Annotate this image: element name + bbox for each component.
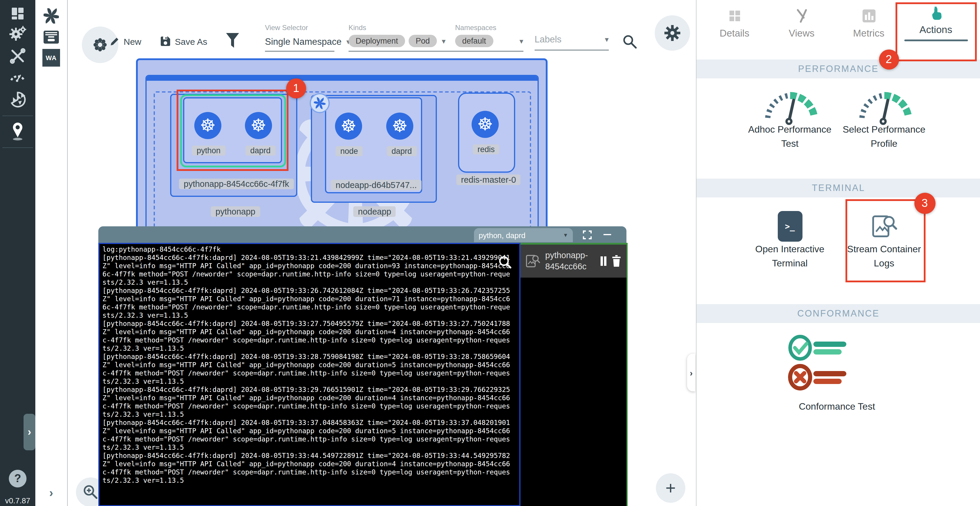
conformance-test-label[interactable]: Conformance Test bbox=[778, 400, 896, 414]
save-as-label: Save As bbox=[175, 36, 207, 46]
details-grid-icon bbox=[727, 8, 741, 23]
labels-field[interactable]: Labels ▼ bbox=[535, 34, 610, 50]
namespaces-field[interactable]: Namespaces default ▼ bbox=[455, 24, 525, 51]
new-button[interactable]: New bbox=[107, 33, 144, 49]
kanvas-pin-icon[interactable] bbox=[0, 121, 35, 142]
sidebar-divider bbox=[2, 115, 33, 116]
metrics-bar-chart-icon bbox=[862, 8, 876, 23]
view-selector-label: View Selector bbox=[265, 24, 336, 32]
session-sidebar: pythonapp- 8454cc66c bbox=[520, 243, 627, 506]
gauge-icon bbox=[759, 91, 821, 125]
wa-label: WA bbox=[46, 54, 57, 61]
tab-views-label: Views bbox=[789, 27, 814, 38]
sidebar-divider-2 bbox=[2, 147, 33, 148]
catalog-inbox-icon[interactable] bbox=[35, 28, 67, 46]
log-search-icon[interactable] bbox=[499, 256, 512, 269]
minimize-icon bbox=[603, 234, 611, 235]
annotation-badge-2: 2 bbox=[879, 49, 899, 70]
session-pause-button[interactable] bbox=[601, 256, 606, 266]
chevron-right-icon: › bbox=[49, 486, 53, 500]
dashboard-icon[interactable] bbox=[0, 3, 35, 24]
views-icon bbox=[795, 8, 808, 23]
panel-collapse-handle[interactable]: › bbox=[687, 354, 695, 391]
terminal-header[interactable]: python, daprd ▼ bbox=[98, 226, 627, 243]
select-performance-profile-button[interactable] bbox=[840, 89, 928, 126]
stream-logs-icon bbox=[525, 254, 541, 269]
session-name-line1: pythonapp- bbox=[545, 250, 596, 261]
conformance-test-button[interactable] bbox=[784, 330, 854, 395]
tab-details-label: Details bbox=[720, 27, 749, 38]
annotation-badge-3: 3 bbox=[914, 193, 935, 214]
container-node-icon[interactable]: ☸ bbox=[335, 113, 362, 140]
conformance-checklist-icon bbox=[786, 332, 852, 393]
settings-button[interactable] bbox=[655, 15, 690, 51]
pod-nodeapp[interactable] bbox=[325, 97, 422, 193]
session-row[interactable]: pythonapp- 8454cc66c bbox=[520, 244, 627, 278]
performance-speedometer-icon[interactable] bbox=[0, 66, 35, 86]
tab-details[interactable]: Details bbox=[702, 6, 767, 41]
performance-section-header: PERFORMANCE bbox=[696, 59, 980, 78]
chevron-down-icon: ▼ bbox=[441, 37, 447, 45]
trash-icon[interactable] bbox=[611, 255, 622, 267]
flower-icon bbox=[93, 38, 107, 52]
search-icon bbox=[622, 34, 638, 49]
pod-label: nodeapp-d64b5747... bbox=[331, 180, 422, 190]
chevron-right-icon: › bbox=[690, 367, 693, 378]
strip-expand-chevron[interactable]: › bbox=[35, 484, 67, 501]
help-button[interactable]: ? bbox=[9, 470, 27, 487]
view-selector-field[interactable]: View Selector Single Namespace ▼ bbox=[265, 24, 336, 51]
log-terminal-window[interactable]: python, daprd ▼ log:pythonapp-8454cc66c-… bbox=[98, 226, 627, 506]
search-button[interactable] bbox=[620, 32, 640, 51]
container-label: daprd bbox=[387, 146, 417, 156]
annotation-box-3 bbox=[845, 199, 925, 283]
container-selector-dropdown[interactable]: python, daprd ▼ bbox=[474, 228, 573, 242]
deployment-label: pythonapp bbox=[211, 206, 260, 217]
log-output[interactable]: log:pythonapp-8454cc66c-4f7fk [pythonapp… bbox=[98, 243, 520, 506]
namespace-chip-default[interactable]: default bbox=[455, 35, 493, 47]
kind-chip-pod[interactable]: Pod bbox=[409, 35, 437, 47]
gauge-icon bbox=[853, 91, 915, 125]
terminal-minimize-button[interactable] bbox=[600, 228, 614, 241]
wasm-filters-icon[interactable]: WA bbox=[35, 49, 67, 67]
terminal-fullscreen-button[interactable] bbox=[580, 228, 594, 241]
annotation-badge-1: 1 bbox=[286, 78, 306, 99]
gear-icon bbox=[664, 25, 681, 41]
chevron-right-icon: › bbox=[28, 426, 31, 438]
pod-label: pythonapp-8454cc66c-4f7fk bbox=[179, 179, 294, 189]
filter-button[interactable] bbox=[224, 32, 242, 49]
fullscreen-icon bbox=[582, 230, 592, 239]
namespaces-label: Namespaces bbox=[455, 24, 525, 32]
session-name-line2: 8454cc66c bbox=[545, 261, 596, 272]
version-label: v0.7.87 bbox=[5, 496, 30, 505]
kinds-field[interactable]: Kinds Deployment Pod ▼ bbox=[348, 24, 457, 51]
container-selector-value: python, daprd bbox=[479, 231, 525, 239]
add-node-fab[interactable]: + bbox=[656, 473, 685, 503]
terminal-body: log:pythonapp-8454cc66c-4f7fk [pythonapp… bbox=[98, 243, 628, 506]
select-performance-profile-label[interactable]: Select PerformanceProfile bbox=[825, 123, 943, 151]
dapr-sidecar-icon[interactable] bbox=[310, 93, 330, 113]
open-interactive-terminal-button[interactable]: >_ bbox=[775, 211, 805, 242]
container-redis-icon[interactable]: ☸ bbox=[472, 111, 499, 138]
save-icon bbox=[160, 36, 171, 46]
sidebar-expand-button[interactable]: › bbox=[24, 414, 35, 450]
pause-icon bbox=[604, 256, 606, 266]
mesh-spiral-icon[interactable] bbox=[35, 7, 67, 25]
chevron-down-icon: ▼ bbox=[563, 232, 568, 238]
tab-views[interactable]: Views bbox=[769, 6, 834, 41]
annotation-box-2 bbox=[895, 2, 977, 61]
lifecycle-gears-icon[interactable] bbox=[0, 24, 35, 44]
labels-placeholder: Labels bbox=[535, 34, 562, 45]
new-label: New bbox=[124, 36, 141, 46]
conformance-section-header: CONFORMANCE bbox=[696, 304, 980, 323]
save-as-button[interactable]: Save As bbox=[157, 33, 211, 49]
container-daprd2-icon[interactable]: ☸ bbox=[386, 113, 413, 140]
pencil-icon bbox=[110, 36, 119, 46]
plus-icon: + bbox=[665, 478, 676, 498]
configuration-tools-icon[interactable] bbox=[0, 46, 35, 66]
tab-metrics[interactable]: Metrics bbox=[836, 6, 901, 41]
kind-chip-deployment[interactable]: Deployment bbox=[348, 35, 405, 47]
secondary-toolbar: WA › bbox=[35, 0, 68, 506]
adhoc-performance-button[interactable] bbox=[746, 89, 834, 126]
extensions-pie-icon[interactable] bbox=[0, 89, 35, 110]
container-label: node bbox=[336, 146, 363, 156]
